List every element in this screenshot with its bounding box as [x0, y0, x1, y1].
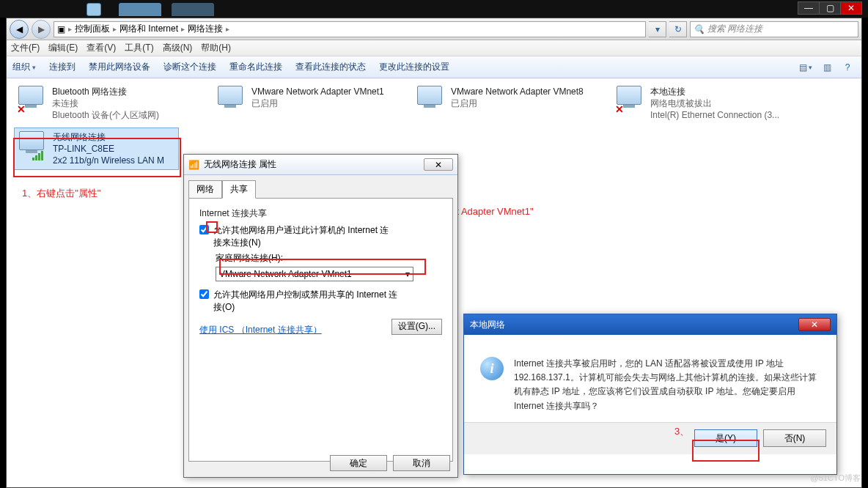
search-input[interactable]: 🔍 搜索 网络连接	[690, 21, 858, 37]
sharing-group-label: Internet 连接共享	[199, 207, 442, 220]
tab-network[interactable]: 网络	[188, 180, 222, 199]
tb-disable-device[interactable]: 禁用此网络设备	[89, 61, 150, 73]
allow-control-label: 允许其他网络用户控制或禁用共享的 Internet 连接(O)	[213, 289, 404, 314]
conn-status: 已启用	[451, 97, 584, 109]
allow-control-checkbox[interactable]	[199, 289, 209, 299]
refresh-button[interactable]: ↻	[669, 21, 687, 37]
dialog-title: 无线网络连接 属性	[204, 158, 276, 171]
preview-pane-button[interactable]: ▥	[819, 60, 835, 75]
conn-status: 网络电缆被拔出	[650, 97, 779, 109]
close-button[interactable]: ✕	[840, 1, 862, 15]
ok-button[interactable]: 确定	[330, 455, 387, 471]
conn-status: 未连接	[52, 97, 159, 109]
crumb-network-internet[interactable]: 网络和 Internet	[119, 23, 178, 35]
network-icon: ✕	[17, 86, 46, 115]
tb-diagnose[interactable]: 诊断这个连接	[163, 61, 216, 73]
network-icon: ✕	[615, 86, 644, 115]
chevron-right-icon: ▸	[68, 25, 72, 33]
msgbox-text: Internet 连接共享被启用时，您的 LAN 适配器将被设置成使用 IP 地…	[514, 357, 820, 413]
msgbox-titlebar: 本地网络 ✕	[464, 314, 836, 335]
menu-advanced[interactable]: 高级(N)	[163, 42, 193, 54]
tab-sharing[interactable]: 共享	[222, 180, 256, 199]
confirm-dialog: 本地网络 ✕ i Internet 连接共享被启用时，您的 LAN 适配器将被设…	[463, 314, 837, 475]
menu-view[interactable]: 查看(V)	[87, 42, 116, 54]
background-tabs	[119, 3, 214, 16]
search-placeholder: 搜索 网络连接	[707, 23, 762, 35]
connection-vmnet8[interactable]: VMware Network Adapter VMnet8 已启用	[413, 83, 603, 125]
network-icon	[416, 86, 445, 115]
menu-edit[interactable]: 编辑(E)	[48, 42, 78, 54]
ics-help-link[interactable]: 使用 ICS （Internet 连接共享）	[199, 324, 322, 336]
dialog-titlebar: 📶 无线网络连接 属性 ✕	[184, 155, 457, 175]
address-dropdown-button[interactable]: ▾	[649, 21, 666, 37]
connection-bluetooth[interactable]: ✕ Bluetooth 网络连接 未连接 Bluetooth 设备(个人区域网)	[14, 83, 205, 125]
chevron-right-icon: ▸	[113, 25, 117, 33]
maximize-button[interactable]: ▢	[819, 1, 841, 15]
conn-device: Intel(R) Ethernet Connection (3...	[650, 109, 779, 121]
dialog-close-button[interactable]: ✕	[424, 158, 453, 171]
annotation-1: 1、右键点击"属性"	[22, 187, 100, 200]
info-icon: i	[480, 357, 504, 380]
tb-organize[interactable]: 组织▾	[12, 61, 36, 73]
navigation-bar: ◀ ▶ ▣▸ 控制面板▸ 网络和 Internet▸ 网络连接▸ ▾ ↻ 🔍 搜…	[7, 18, 861, 40]
msgbox-close-button[interactable]: ✕	[798, 318, 831, 331]
crumb-control-panel[interactable]: 控制面板	[75, 23, 110, 35]
watermark: @51CTO博客	[811, 473, 861, 484]
connection-local[interactable]: ✕ 本地连接 网络电缆被拔出 Intel(R) Ethernet Connect…	[612, 83, 803, 125]
tb-connect-to[interactable]: 连接到	[49, 61, 76, 73]
tb-change-settings[interactable]: 更改此连接的设置	[379, 61, 449, 73]
highlight-combo	[219, 259, 426, 275]
nav-back-button[interactable]: ◀	[10, 20, 29, 39]
wireless-icon: 📶	[188, 160, 199, 170]
tb-view-status[interactable]: 查看此连接的状态	[295, 61, 366, 73]
network-icon	[216, 86, 246, 115]
no-button[interactable]: 否(N)	[763, 429, 826, 447]
highlight-checkbox	[206, 221, 218, 233]
settings-button[interactable]: 设置(G)...	[391, 319, 442, 335]
allow-other-users-label: 允许其他网络用户通过此计算机的 Internet 连接来连接(N)	[213, 224, 397, 249]
highlight-wireless-connection	[13, 138, 181, 177]
control-panel-icon: ▣	[57, 24, 65, 34]
outer-titlebar: — ▢ ✕	[0, 0, 868, 18]
view-mode-button[interactable]: ▤▾	[798, 60, 814, 75]
menu-tools[interactable]: 工具(T)	[125, 42, 153, 54]
error-x-icon: ✕	[17, 103, 26, 115]
msgbox-title: 本地网络	[470, 319, 505, 331]
menu-help[interactable]: 帮助(H)	[201, 42, 231, 54]
conn-name: VMware Network Adapter VMnet1	[251, 86, 384, 97]
cancel-button[interactable]: 取消	[393, 455, 450, 471]
tb-rename[interactable]: 重命名此连接	[229, 61, 282, 73]
minimize-button[interactable]: —	[798, 1, 820, 15]
highlight-yes-button	[692, 440, 760, 462]
annotation-3: 3、	[674, 425, 689, 438]
nav-forward-button[interactable]: ▶	[32, 20, 51, 39]
search-icon: 🔍	[694, 24, 705, 34]
breadcrumb[interactable]: ▣▸ 控制面板▸ 网络和 Internet▸ 网络连接▸	[54, 21, 646, 37]
conn-device: Bluetooth 设备(个人区域网)	[52, 109, 159, 121]
crumb-network-connections[interactable]: 网络连接	[188, 23, 223, 35]
conn-status: 已启用	[251, 97, 384, 109]
conn-name: Bluetooth 网络连接	[52, 86, 159, 97]
conn-name: VMware Network Adapter VMnet8	[451, 86, 584, 97]
small-tab	[87, 3, 101, 16]
command-bar: 组织▾ 连接到 禁用此网络设备 诊断这个连接 重命名此连接 查看此连接的状态 更…	[7, 56, 861, 78]
menu-bar: 文件(F) 编辑(E) 查看(V) 工具(T) 高级(N) 帮助(H)	[7, 40, 861, 56]
menu-file[interactable]: 文件(F)	[11, 42, 40, 54]
help-button[interactable]: ?	[839, 60, 856, 75]
error-x-icon: ✕	[615, 103, 624, 115]
chevron-right-icon: ▸	[226, 25, 229, 33]
properties-dialog: 📶 无线网络连接 属性 ✕ 网络 共享 Internet 连接共享 允许其他网络…	[183, 154, 458, 478]
connection-vmnet1[interactable]: VMware Network Adapter VMnet1 已启用	[213, 83, 404, 125]
chevron-right-icon: ▸	[181, 25, 185, 33]
conn-name: 本地连接	[650, 86, 779, 97]
